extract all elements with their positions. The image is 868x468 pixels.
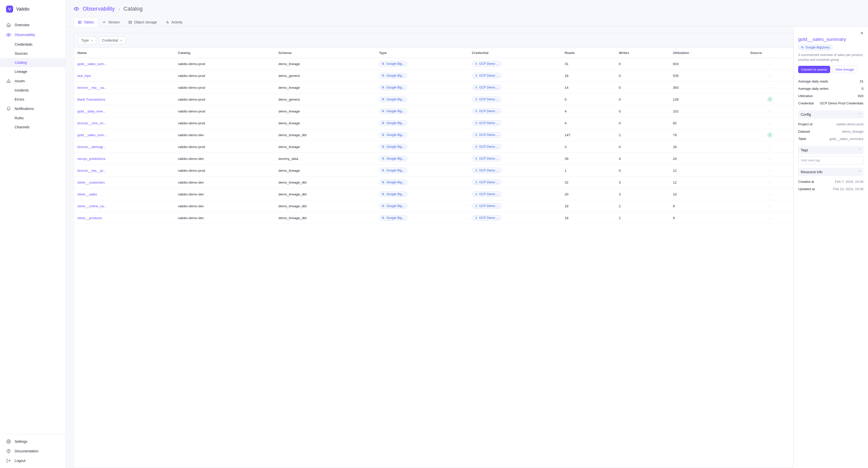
- cell-reads: 14: [561, 82, 615, 94]
- section-header-config[interactable]: Config ⌃: [798, 111, 864, 119]
- cell-reads: 5: [561, 94, 615, 105]
- cell-reads: 32: [561, 177, 615, 188]
- cell-name[interactable]: gold__sales_sum...: [74, 129, 175, 141]
- col-header-schema[interactable]: Schema: [275, 48, 376, 58]
- cell-name[interactable]: silver__customers: [74, 177, 175, 188]
- tab-tables[interactable]: Tables: [73, 18, 98, 27]
- cell-name[interactable]: bronze__demogr...: [74, 141, 175, 153]
- bigquery-icon: [382, 145, 385, 148]
- chevron-up-icon: ⌃: [859, 170, 861, 174]
- table-row[interactable]: silver__customersvalidio-demo-devdemo_li…: [74, 177, 793, 188]
- filter-credential[interactable]: Credential +: [99, 37, 126, 44]
- type-label: Google Big...: [386, 204, 404, 208]
- nav-sub-rules[interactable]: Rules: [0, 114, 65, 123]
- bigquery-icon: [382, 74, 385, 77]
- nav-item-overview[interactable]: Overview: [0, 20, 65, 30]
- cell-name[interactable]: silver__sales: [74, 188, 175, 200]
- table-row[interactable]: gold__sales_sum...validio-demo-proddemo_…: [74, 58, 793, 70]
- table-row[interactable]: silver__online_ca...validio-demo-devdemo…: [74, 200, 793, 212]
- col-header-reads[interactable]: Reads: [561, 48, 615, 58]
- cell-utilization: 12: [669, 165, 747, 177]
- kv-row: Datasetdemo_lineage: [798, 128, 864, 135]
- tab-activity[interactable]: Activity: [161, 18, 187, 27]
- col-header-name[interactable]: Name: [74, 48, 175, 58]
- view-lineage-button[interactable]: View lineage: [832, 66, 857, 73]
- cell-type: Google Big...: [375, 82, 468, 94]
- svg-point-12: [382, 75, 384, 76]
- col-header-catalog[interactable]: Catalog: [175, 48, 275, 58]
- table-row[interactable]: bronze__erp__sa...validio-demo-proddemo_…: [74, 82, 793, 94]
- cell-name[interactable]: recsys_predictions: [74, 153, 175, 165]
- table-row[interactable]: gold__sales_sum...validio-demo-devdemo_l…: [74, 129, 793, 141]
- cell-name[interactable]: gold__sales_sum...: [74, 58, 175, 70]
- table-row[interactable]: silver__productsvalidio-demo-devdemo_lin…: [74, 212, 793, 224]
- cell-schema: demo_lineage_dbt: [275, 129, 376, 141]
- cell-name[interactable]: Bank Transactions: [74, 94, 175, 105]
- nav-item-settings[interactable]: Settings: [0, 437, 65, 446]
- cell-catalog: validio-demo-dev: [175, 129, 275, 141]
- cell-source: -: [747, 82, 793, 94]
- nav-sub-lineage[interactable]: Lineage: [0, 67, 65, 76]
- nav-sub-credentials[interactable]: Credentials: [0, 40, 65, 49]
- nav-item-logout[interactable]: Logout: [0, 456, 65, 466]
- cell-name[interactable]: bronze__erp__pr...: [74, 165, 175, 177]
- nav-sub-channels[interactable]: Channels: [0, 123, 65, 132]
- table-row[interactable]: bronze__demogr...validio-demo-proddemo_l…: [74, 141, 793, 153]
- tag-input[interactable]: [798, 156, 864, 164]
- table-row[interactable]: recsys_predictionsvalidio-demo-devdummy_…: [74, 153, 793, 165]
- credential-label: GCP Demo ...: [479, 145, 499, 149]
- nav-sub-catalog[interactable]: Catalog: [0, 58, 65, 67]
- filter-type[interactable]: Type +: [78, 37, 96, 44]
- tab-object-storage[interactable]: Object storage: [124, 18, 161, 27]
- table-row[interactable]: gold__daily_inve...validio-demo-proddemo…: [74, 105, 793, 117]
- cell-name[interactable]: taxi_trips: [74, 70, 175, 82]
- cell-name[interactable]: gold__daily_inve...: [74, 105, 175, 117]
- type-pill: Google Big...: [379, 108, 407, 114]
- nav-item-issues[interactable]: Issues: [0, 76, 65, 86]
- credential-icon: [475, 110, 478, 113]
- brand: Validio: [0, 0, 65, 19]
- tab-label: Stream: [108, 20, 120, 24]
- nav-sub-label: Catalog: [14, 61, 27, 65]
- nav-item-observability[interactable]: Observability: [0, 30, 65, 40]
- svg-point-15: [476, 87, 477, 88]
- nav-item-notifications[interactable]: Notifications: [0, 104, 65, 114]
- nav-sub-sources[interactable]: Sources: [0, 49, 65, 58]
- type-pill: Google Big...: [379, 215, 407, 221]
- type-pill: Google Big...: [379, 120, 407, 126]
- table-row[interactable]: bronze__erp__pr...validio-demo-proddemo_…: [74, 165, 793, 177]
- close-icon[interactable]: ✕: [860, 31, 864, 35]
- col-header-writes[interactable]: Writes: [615, 48, 669, 58]
- tab-stream[interactable]: Stream: [98, 18, 124, 27]
- table-row[interactable]: Bank Transactionsvalidio-demo-proddemo_g…: [74, 94, 793, 105]
- table-row[interactable]: bronze__cms_ch...validio-demo-proddemo_l…: [74, 117, 793, 129]
- table-row[interactable]: silver__salesvalidio-demo-devdemo_lineag…: [74, 188, 793, 200]
- bell-icon: [6, 106, 11, 111]
- col-header-type[interactable]: Type: [375, 48, 468, 58]
- cell-reads: 1: [561, 165, 615, 177]
- dash-icon: -: [769, 145, 771, 149]
- table-row[interactable]: taxi_tripsvalidio-demo-proddemo_genericG…: [74, 70, 793, 82]
- credential-label: GCP Demo ...: [479, 181, 499, 184]
- col-header-source[interactable]: Source: [747, 48, 793, 58]
- cell-name[interactable]: silver__online_ca...: [74, 200, 175, 212]
- cell-name[interactable]: bronze__cms_ch...: [74, 117, 175, 129]
- nav-item-label: Documentation: [14, 449, 38, 453]
- cell-name[interactable]: silver__products: [74, 212, 175, 224]
- kv-label: Updated at: [798, 187, 815, 191]
- credential-pill: GCP Demo ...: [472, 215, 502, 221]
- type-label: Google Big...: [386, 169, 404, 172]
- nav-item-documentation[interactable]: Documentation: [0, 446, 65, 456]
- svg-point-31: [476, 181, 477, 182]
- section-header-resource[interactable]: Resource info ⌃: [798, 168, 864, 176]
- nav-sub-errors[interactable]: Errors: [0, 95, 65, 104]
- col-header-utilization[interactable]: Utilization↓: [669, 48, 747, 58]
- svg-point-17: [476, 98, 477, 99]
- cell-name[interactable]: bronze__erp__sa...: [74, 82, 175, 94]
- convert-to-source-button[interactable]: Convert to source: [798, 66, 830, 73]
- section-header-tags[interactable]: Tags ⌃: [798, 146, 864, 154]
- col-header-credential[interactable]: Credential: [468, 48, 561, 58]
- cell-writes: 0: [615, 141, 669, 153]
- breadcrumb-root[interactable]: Observability: [83, 5, 115, 12]
- nav-sub-incidents[interactable]: Incidents: [0, 86, 65, 95]
